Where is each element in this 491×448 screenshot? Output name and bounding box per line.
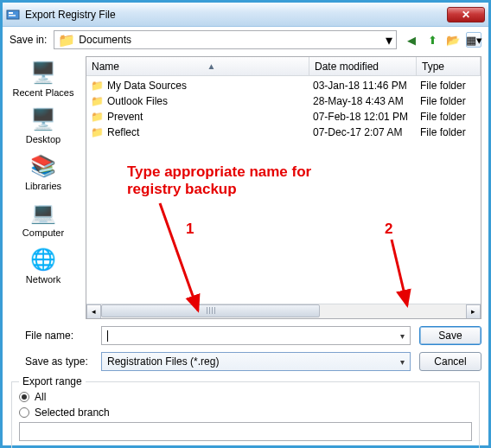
sidebar-network[interactable]: 🌐 Network: [26, 246, 61, 285]
save-in-value: Documents: [79, 34, 131, 46]
radio-icon: [19, 392, 29, 402]
file-type: File folder: [420, 111, 477, 123]
file-name: My Data Sources: [107, 80, 313, 92]
horizontal-scrollbar[interactable]: ◂ ▸: [86, 304, 481, 318]
export-range-legend: Export range: [19, 375, 86, 387]
file-date: 28-May-18 4:43 AM: [313, 95, 420, 107]
radio-selected-branch[interactable]: Selected branch: [19, 406, 472, 419]
file-date: 03-Jan-18 11:46 PM: [313, 80, 420, 92]
up-icon[interactable]: ⬆: [424, 32, 440, 48]
save-button[interactable]: Save: [419, 326, 481, 345]
close-button[interactable]: ✕: [447, 7, 485, 22]
libraries-icon: 📚: [28, 153, 59, 179]
window-title: Export Registry File: [25, 9, 447, 21]
sidebar-libraries[interactable]: 📚 Libraries: [25, 153, 61, 191]
file-name-input[interactable]: ▾: [101, 326, 411, 345]
col-name[interactable]: Name▲: [86, 57, 309, 75]
file-date: 07-Dec-17 2:07 AM: [313, 126, 420, 138]
col-date[interactable]: Date modified: [309, 57, 417, 75]
table-row[interactable]: 📁Outlook Files28-May-18 4:43 AMFile fold…: [86, 93, 481, 109]
save-as-type-label: Save as type:: [25, 355, 92, 368]
file-type: File folder: [420, 95, 477, 107]
regedit-icon: [6, 8, 20, 22]
radio-all[interactable]: All: [19, 391, 472, 403]
file-date: 07-Feb-18 12:01 PM: [313, 111, 420, 123]
back-icon[interactable]: ◀: [404, 32, 419, 48]
location-bar: Save in: 📁 Documents ▾ ◀ ⬆ 📂 ▦▾: [3, 27, 488, 53]
sort-indicator-icon: ▲: [207, 61, 216, 71]
folder-icon: 📁: [90, 95, 104, 107]
recent-places-icon: 🖥️: [28, 60, 59, 86]
scroll-thumb[interactable]: [101, 304, 320, 317]
sidebar-computer[interactable]: 💻 Computer: [22, 200, 64, 238]
sidebar-desktop[interactable]: 🖥️ Desktop: [26, 106, 61, 144]
file-type: File folder: [420, 80, 477, 92]
places-bar: 🖥️ Recent Places 🖥️ Desktop 📚 Libraries …: [3, 53, 84, 323]
folder-icon: 📁: [90, 80, 104, 92]
cancel-button[interactable]: Cancel: [419, 352, 481, 371]
export-range-group: Export range All Selected branch: [11, 381, 480, 448]
desktop-icon: 🖥️: [28, 106, 59, 132]
file-name: Reflect: [107, 126, 313, 138]
sidebar-recent-places[interactable]: 🖥️ Recent Places: [13, 60, 74, 98]
save-as-type-select[interactable]: Registration Files (*.reg) ▾: [101, 352, 411, 371]
network-icon: 🌐: [28, 246, 59, 272]
folder-icon: 📁: [90, 126, 104, 138]
view-menu-button[interactable]: ▦▾: [466, 32, 481, 48]
table-row[interactable]: 📁Prevent07-Feb-18 12:01 PMFile folder: [86, 109, 481, 125]
chevron-down-icon: ▾: [382, 31, 396, 48]
svg-rect-2: [9, 15, 16, 16]
scroll-left-icon[interactable]: ◂: [86, 304, 101, 319]
folder-icon: 📁: [90, 111, 104, 123]
file-list-view[interactable]: Name▲ Date modified Type 📁My Data Source…: [86, 56, 481, 319]
branch-path-input[interactable]: [19, 422, 472, 441]
title-bar: Export Registry File ✕: [3, 3, 488, 27]
radio-icon: [19, 407, 29, 418]
close-icon: ✕: [462, 9, 470, 21]
column-headers: Name▲ Date modified Type: [86, 57, 481, 76]
chevron-down-icon: ▾: [396, 329, 408, 342]
file-name-label: File name:: [25, 330, 92, 342]
table-row[interactable]: 📁Reflect07-Dec-17 2:07 AMFile folder: [86, 125, 481, 140]
file-name: Outlook Files: [107, 95, 313, 107]
col-type[interactable]: Type: [417, 57, 481, 75]
scroll-right-icon[interactable]: ▸: [466, 304, 481, 319]
new-folder-icon[interactable]: 📂: [445, 32, 461, 48]
save-in-label: Save in:: [10, 34, 47, 46]
documents-icon: 📁: [58, 32, 75, 48]
file-type: File folder: [420, 126, 477, 138]
chevron-down-icon: ▾: [396, 355, 408, 368]
file-name: Prevent: [107, 111, 313, 123]
svg-rect-1: [9, 12, 13, 14]
computer-icon: 💻: [28, 200, 59, 226]
table-row[interactable]: 📁My Data Sources03-Jan-18 11:46 PMFile f…: [86, 78, 481, 93]
save-in-combo[interactable]: 📁 Documents ▾: [54, 30, 397, 49]
